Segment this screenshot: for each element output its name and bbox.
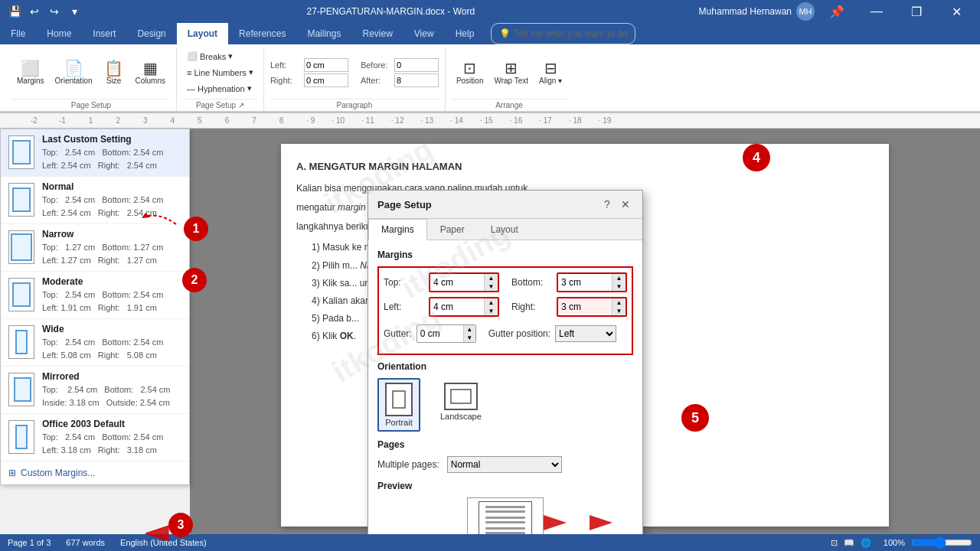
left-down-btn[interactable]: ▼ xyxy=(484,307,498,315)
tab-design[interactable]: Design xyxy=(126,23,176,44)
indent-right-input[interactable] xyxy=(304,73,348,87)
tell-me-text: Tell me what you want to do xyxy=(514,28,627,39)
position-label: Position xyxy=(456,77,484,85)
zoom-level: 100% xyxy=(884,538,905,547)
bottom-spinner: ▲ ▼ xyxy=(557,272,627,292)
gutter-pos-select[interactable]: Left Top xyxy=(555,325,616,342)
tab-home[interactable]: Home xyxy=(36,23,82,44)
left-up-btn[interactable]: ▲ xyxy=(484,298,498,307)
view-normal-icon[interactable]: ⊡ xyxy=(831,538,838,548)
columns-btn[interactable]: ▦ Columns xyxy=(131,57,170,88)
margin-item-last-custom[interactable]: Last Custom Setting Top: 2.54 cm Bottom:… xyxy=(1,129,189,177)
title-bar-left: 💾 ↩ ↪ ▾ xyxy=(6,3,83,20)
tab-mailings[interactable]: Mailings xyxy=(296,23,351,44)
tab-review[interactable]: Review xyxy=(351,23,403,44)
position-btn[interactable]: ⊡ Position xyxy=(452,57,488,88)
position-icon: ⊡ xyxy=(463,60,476,76)
line-numbers-icon: ≡ xyxy=(187,68,191,77)
orientation-btn[interactable]: 📄 Orientation xyxy=(51,57,97,88)
spacing-before-input[interactable] xyxy=(394,58,439,72)
margin-item-mirrored[interactable]: Mirrored Top: 2.54 cm Bottom: 2.54 cm In… xyxy=(1,367,189,414)
portrait-option[interactable]: Portrait xyxy=(377,378,420,432)
tab-references[interactable]: References xyxy=(228,23,296,44)
bottom-input[interactable] xyxy=(558,274,612,291)
custom-margins-btn[interactable]: ⊞ Custom Margins... xyxy=(1,461,189,484)
rgroup-themes-items: ⬜ Margins 📄 Orientation 📋 Size ▦ Columns xyxy=(12,49,170,99)
minimize-btn[interactable]: — xyxy=(859,0,894,23)
margins-section-label: Margins xyxy=(377,249,633,260)
breaks-label: Breaks xyxy=(200,52,226,61)
columns-icon: ▦ xyxy=(143,60,158,76)
margin-item-wide[interactable]: Wide Top: 2.54 cm Bottom: 2.54 cm Left: … xyxy=(1,319,189,367)
svg-rect-1 xyxy=(451,390,471,403)
margin-preview-inner-last-custom xyxy=(12,140,31,165)
tab-file[interactable]: File xyxy=(0,23,36,44)
margin-preview-moderate xyxy=(8,278,34,311)
breaks-btn[interactable]: ⬜ Breaks ▾ xyxy=(183,49,237,64)
multiple-pages-select[interactable]: Normal Mirror margins 2 pages per sheet xyxy=(447,456,562,473)
left-input[interactable] xyxy=(430,298,484,315)
dialog-tab-paper[interactable]: Paper xyxy=(427,219,478,240)
gutter-value-input[interactable] xyxy=(417,325,463,342)
undo-quick-btn[interactable]: ↩ xyxy=(26,3,43,20)
size-label: Size xyxy=(106,77,121,85)
bottom-up-btn[interactable]: ▲ xyxy=(612,274,626,282)
align-btn[interactable]: ⊟ Align ▾ xyxy=(534,57,567,88)
right-input[interactable] xyxy=(558,298,612,315)
right-up-btn[interactable]: ▲ xyxy=(612,298,626,307)
close-btn[interactable]: ✕ xyxy=(939,0,974,23)
margin-item-moderate[interactable]: Moderate Top: 2.54 cm Bottom: 2.54 cm Le… xyxy=(1,272,189,319)
tell-me-bar[interactable]: 💡 Tell me what you want to do xyxy=(491,23,635,44)
save-quick-btn[interactable]: 💾 xyxy=(6,3,23,20)
top-up-btn[interactable]: ▲ xyxy=(484,274,498,282)
dialog-tab-layout[interactable]: Layout xyxy=(478,219,531,240)
indent-left-input[interactable] xyxy=(304,58,348,72)
top-input[interactable] xyxy=(430,274,484,291)
line-numbers-btn[interactable]: ≡ Line Numbers ▾ xyxy=(183,65,257,80)
dialog-close-btn[interactable]: ✕ xyxy=(618,197,633,212)
annotation-5: 5 xyxy=(681,404,709,432)
gutter-down-btn[interactable]: ▼ xyxy=(463,334,475,342)
dialog-tab-margins[interactable]: Margins xyxy=(368,219,427,240)
more-quick-btn[interactable]: ▾ xyxy=(66,3,83,20)
tab-insert[interactable]: Insert xyxy=(82,23,126,44)
spacing-after-input[interactable] xyxy=(394,73,439,87)
margins-btn[interactable]: ⬜ Margins xyxy=(12,57,49,88)
view-read-icon[interactable]: 📖 xyxy=(844,538,854,548)
right-spinner: ▲ ▼ xyxy=(557,297,627,317)
dialog-help-btn[interactable]: ? xyxy=(599,197,615,212)
hyphenation-btn[interactable]: — Hyphenation ▾ xyxy=(183,81,256,96)
wrap-text-icon: ⊞ xyxy=(505,60,518,76)
redo-quick-btn[interactable]: ↪ xyxy=(46,3,63,20)
view-web-icon[interactable]: 🌐 xyxy=(861,538,871,548)
zoom-slider[interactable] xyxy=(911,538,972,547)
restore-btn[interactable]: ❐ xyxy=(899,0,934,23)
preview-line-5 xyxy=(485,527,525,530)
ribbon-toggle-btn[interactable]: 📌 xyxy=(819,0,854,23)
right-down-btn[interactable]: ▼ xyxy=(612,307,626,315)
gutter-input-btns: ▲ ▼ xyxy=(463,325,475,342)
status-bar-right: ⊡ 📖 🌐 100% xyxy=(831,538,972,548)
align-label: Align ▾ xyxy=(539,77,562,85)
tab-layout[interactable]: Layout xyxy=(177,23,228,44)
tab-help[interactable]: Help xyxy=(445,23,485,44)
orientation-icon: 📄 xyxy=(64,60,83,76)
margin-vals-mirrored: Top: 2.54 cm Bottom: 2.54 cm Inside: 3.1… xyxy=(42,383,181,409)
wrap-text-btn[interactable]: ⊞ Wrap Text xyxy=(489,57,533,88)
title-bar: 💾 ↩ ↪ ▾ 27-PENGATURAN-MARGIN.docx - Word… xyxy=(0,0,980,23)
gutter-pos-field: Gutter position: Left Top xyxy=(488,325,616,342)
size-btn[interactable]: 📋 Size xyxy=(99,57,129,88)
rgroup-indent-spacing: Left: Right: Before: xyxy=(264,47,446,111)
gutter-pos-label: Gutter position: xyxy=(488,328,550,339)
preview-line-3 xyxy=(485,517,525,519)
bottom-down-btn[interactable]: ▼ xyxy=(612,282,626,291)
gutter-field: Gutter: ▲ ▼ xyxy=(384,324,476,343)
tab-view[interactable]: View xyxy=(403,23,445,44)
gutter-up-btn[interactable]: ▲ xyxy=(463,325,475,334)
margin-preview-last-custom xyxy=(8,135,34,169)
landscape-option[interactable]: Landscape xyxy=(433,378,489,432)
paragraph-label: Paragraph xyxy=(270,99,439,111)
margin-item-office2003[interactable]: Office 2003 Default Top: 2.54 cm Bottom:… xyxy=(1,414,189,461)
breaks-icon: ⬜ xyxy=(187,51,198,61)
top-down-btn[interactable]: ▼ xyxy=(484,282,498,291)
